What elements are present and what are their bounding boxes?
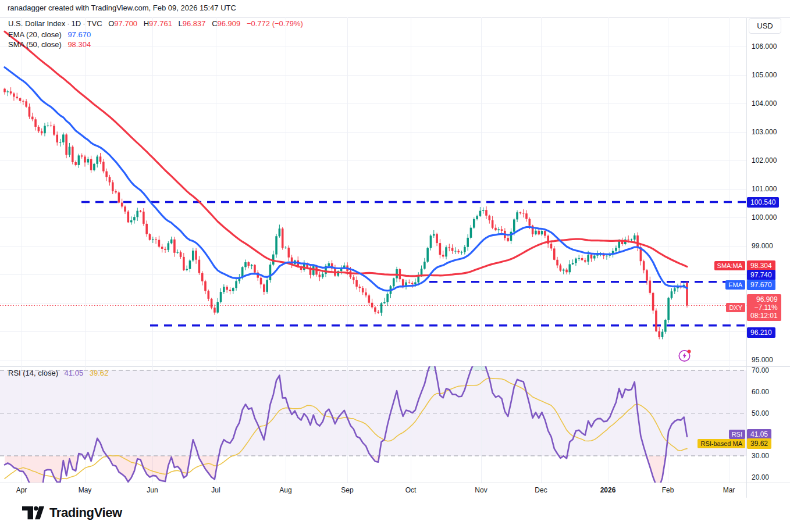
candle-body [383,302,386,304]
candle-body [90,159,92,170]
rsi-ma-legend-value: 39.62 [90,369,109,377]
candle-body [464,247,466,252]
candle-body [507,238,509,241]
rsi-tick-60.00: 60.00 [752,388,769,396]
candle-body [251,265,253,266]
candle-body [279,228,281,236]
candle-body [627,240,629,240]
price-tick-105.000: 105.000 [752,71,777,79]
tradingview-logo[interactable]: TradingView [22,505,122,520]
main-price-pane[interactable] [0,17,746,366]
candle-body [223,287,225,292]
candle-body [109,177,111,182]
candle-body [359,287,361,288]
brand-text: TradingView [49,505,122,520]
sma-legend-value: 98.304 [67,40,91,49]
candle-body [31,117,34,120]
price-tick-100.000: 100.000 [752,213,777,222]
ema-label: EMA (20, close) [8,30,62,39]
candle-body [115,191,117,192]
month-label-Apr: Apr [16,486,27,494]
candle-body [393,279,395,287]
candle-body [618,241,620,248]
candle-body [482,210,485,210]
month-label-2026: 2026 [600,486,616,494]
candle-body [606,256,608,256]
open-value: 97.700 [114,19,137,28]
symbol-title: U.S. Dollar Index [8,19,65,28]
candle-body [572,263,574,264]
low-value: 96.837 [183,19,206,28]
sma-value-tag: SMA:MA [714,261,745,270]
sma-label: SMA (50, close) [8,40,62,49]
candle-body [232,288,234,291]
candle-body [646,270,648,281]
candle-body [3,89,6,92]
rsi-label: RSI (14, close) [8,369,58,377]
candle-body [501,229,503,231]
candle-body [50,126,52,126]
candle-body [195,251,197,260]
candle-body [284,248,287,248]
candle-body [201,273,204,281]
candle-body [208,291,210,299]
month-label-Jul: Jul [211,486,220,494]
candle-body [29,107,31,117]
candle-body [99,156,102,162]
candle-body [655,310,657,331]
tradingview-chart-window: ranadagger created with TradingView.com,… [0,0,790,532]
candle-body [220,292,222,302]
candle-body [25,101,27,106]
candle-body [124,206,126,211]
instant-trading-button[interactable] [678,348,692,363]
price-axis[interactable]: 106.000105.000104.000103.000102.000101.0… [746,17,790,483]
candle-body [525,213,528,219]
candle-body [615,248,617,251]
candle-body [198,260,201,273]
candle-body [658,331,660,337]
candle-body [485,210,487,216]
candle-body [424,262,426,269]
candle-body [65,134,67,155]
candle-body [87,159,90,163]
candle-body [353,277,355,280]
candle-body [355,280,358,287]
sma-legend-row: SMA (50, close) 98.304 [8,40,91,49]
currency-toggle-button[interactable]: USD [749,18,781,34]
candle-body [365,292,367,295]
tradingview-logo-icon [22,506,44,520]
attribution-text: ranadagger created with TradingView.com,… [8,3,236,12]
candle-body [127,212,130,223]
candle-body [213,308,216,313]
candle-body [260,278,262,285]
candle-body [461,252,463,253]
candle-body [544,231,546,235]
candle-body [671,291,673,298]
candle-body [235,281,237,288]
candle-body [497,229,500,230]
candle-body [121,203,123,207]
level-high-badge: 100.540 [747,197,779,208]
candle-body [652,293,654,310]
candle-body [386,294,389,302]
candle-body [84,156,86,162]
candle-body [643,261,645,270]
candle-body [584,260,586,261]
candle-body [180,252,182,257]
rsi-legend-value: 41.05 [65,369,84,377]
month-label-Mar: Mar [723,486,735,494]
candle-body [192,251,194,260]
candle-body [78,155,80,165]
candle-body [457,251,460,252]
dxy-price-tag: DXY [726,303,745,312]
candle-body [47,126,49,126]
notification-dot [688,350,691,354]
ema-value-badge: 97.670 [747,280,775,290]
candle-body [553,248,556,259]
symbol-legend-row: U.S. Dollar Index·1D·TVC O97.700 H97.761… [8,19,303,28]
month-label-Dec: Dec [535,486,547,494]
rsi-pane[interactable] [0,366,746,483]
candle-body [322,274,324,277]
time-axis[interactable]: AprMayJunJulAugSepOctNovDec2026FebMar [0,483,790,498]
candle-body [328,263,330,266]
